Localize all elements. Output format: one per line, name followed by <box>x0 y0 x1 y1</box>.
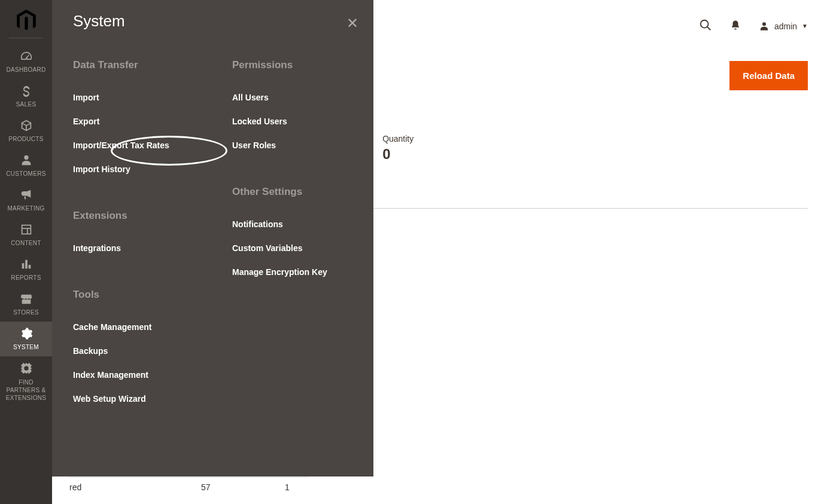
bars-icon <box>17 256 35 272</box>
fly-link-user-roles[interactable]: User Roles <box>232 133 352 157</box>
magento-logo[interactable] <box>14 9 38 33</box>
fly-link-integrations[interactable]: Integrations <box>73 236 193 260</box>
svg-line-1 <box>707 27 711 30</box>
bell-icon[interactable] <box>730 20 741 32</box>
box-icon <box>17 118 35 133</box>
megaphone-icon <box>17 187 35 203</box>
search-icon[interactable] <box>699 19 712 33</box>
dollar-icon <box>17 83 35 99</box>
nav-partners[interactable]: FIND PARTNERS & EXTENSIONS <box>0 356 52 408</box>
nav-label: MARKETING <box>7 205 44 212</box>
fly-link-notifications[interactable]: Notifications <box>232 212 352 236</box>
fly-link-web-setup-wizard[interactable]: Web Setup Wizard <box>73 387 193 411</box>
close-icon[interactable]: ✕ <box>346 15 358 32</box>
nav-products[interactable]: PRODUCTS <box>0 114 52 148</box>
nav-reports[interactable]: REPORTS <box>0 252 52 287</box>
nav-system[interactable]: SYSTEM <box>0 322 52 356</box>
sidebar-nav: DASHBOARD SALES PRODUCTS CUSTOMERS MARKE… <box>0 0 52 504</box>
stat-quantity: Quantity 0 <box>382 134 413 163</box>
gear-icon <box>17 326 35 341</box>
nav-label: CUSTOMERS <box>6 170 45 177</box>
flyout-title: System <box>73 12 352 30</box>
bottom-table: red 57 1 <box>69 477 309 497</box>
fly-link-export[interactable]: Export <box>73 109 193 133</box>
person-icon <box>759 21 770 32</box>
stat-label: Quantity <box>382 134 413 143</box>
fly-link-locked-users[interactable]: Locked Users <box>232 109 352 133</box>
nav-label: SALES <box>16 101 37 108</box>
nav-stores[interactable]: STORES <box>0 287 52 322</box>
nav-content[interactable]: CONTENT <box>0 218 52 252</box>
admin-label: admin <box>774 22 797 31</box>
partners-icon <box>17 361 35 376</box>
fly-link-backups[interactable]: Backups <box>73 339 193 363</box>
group-title-data-transfer: Data Transfer <box>73 59 193 71</box>
nav-label: DASHBOARD <box>6 66 45 73</box>
fly-link-manage-encryption-key[interactable]: Manage Encryption Key <box>232 260 352 284</box>
fly-link-cache-management[interactable]: Cache Management <box>73 315 193 339</box>
cell: 1 <box>285 482 309 492</box>
stat-value: 0 <box>382 146 413 163</box>
fly-link-import-history[interactable]: Import History <box>73 157 193 181</box>
nav-label: STORES <box>13 309 39 316</box>
nav-sales[interactable]: SALES <box>0 79 52 114</box>
layout-icon <box>17 222 35 237</box>
table-row: red 57 1 <box>69 478 309 497</box>
nav-label: REPORTS <box>11 274 41 281</box>
group-title-permissions: Permissions <box>232 59 352 71</box>
group-title-extensions: Extensions <box>73 210 193 222</box>
sidebar-divider <box>9 38 43 38</box>
fly-link-import[interactable]: Import <box>73 85 193 109</box>
chevron-down-icon: ▼ <box>802 23 808 29</box>
system-flyout: System ✕ Data Transfer Import Export Imp… <box>52 0 373 476</box>
nav-label: CONTENT <box>11 240 41 246</box>
group-title-tools: Tools <box>73 289 193 301</box>
store-icon <box>17 291 35 307</box>
cell: red <box>69 482 201 492</box>
fly-link-index-management[interactable]: Index Management <box>73 363 193 387</box>
nav-marketing[interactable]: MARKETING <box>0 183 52 218</box>
fly-link-all-users[interactable]: All Users <box>232 85 352 109</box>
nav-label: PRODUCTS <box>8 136 44 142</box>
person-icon <box>17 152 35 168</box>
nav-customers[interactable]: CUSTOMERS <box>0 148 52 183</box>
gauge-icon <box>17 48 35 64</box>
nav-dashboard[interactable]: DASHBOARD <box>0 44 52 79</box>
nav-label: SYSTEM <box>13 344 39 350</box>
svg-point-0 <box>701 20 709 28</box>
group-title-other-settings: Other Settings <box>232 186 352 198</box>
reload-data-button[interactable]: Reload Data <box>729 61 808 90</box>
cell: 57 <box>201 482 285 492</box>
admin-account[interactable]: admin ▼ <box>759 21 808 32</box>
fly-link-custom-variables[interactable]: Custom Variables <box>232 236 352 260</box>
fly-link-import-export-tax-rates[interactable]: Import/Export Tax Rates <box>73 133 193 157</box>
nav-label: FIND PARTNERS & EXTENSIONS <box>0 378 52 402</box>
